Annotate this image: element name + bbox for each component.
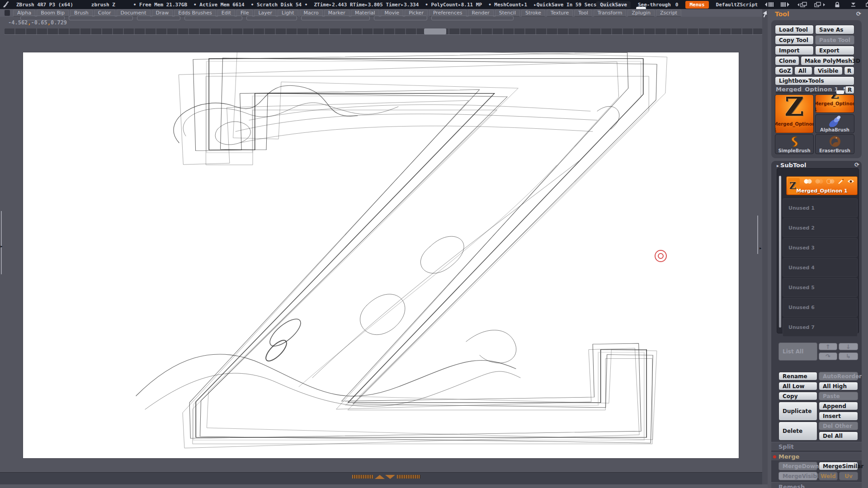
prev-document-icon[interactable] bbox=[797, 2, 808, 8]
split-section-header[interactable]: Split bbox=[771, 442, 862, 451]
delete-button[interactable]: Delete bbox=[778, 422, 817, 441]
subtool-paste-button: Paste bbox=[819, 392, 858, 400]
list-all-button: List All bbox=[778, 343, 817, 361]
alphabrush-icon bbox=[827, 115, 843, 127]
subtool-unused-slots: Unused 1Unused 2Unused 3Unused 4Unused 5… bbox=[783, 198, 858, 337]
subtool-unused-label: Unused 5 bbox=[788, 285, 815, 291]
left-tray-toggle-icon[interactable]: ▸ bbox=[0, 244, 3, 249]
subtool-unused-label: Unused 3 bbox=[788, 245, 815, 251]
mask-icon[interactable] bbox=[826, 179, 835, 184]
horizontal-scrollbar-handle[interactable] bbox=[424, 28, 446, 34]
subtool-move-up-button[interactable]: ↑ bbox=[819, 343, 837, 350]
shelf-slot bbox=[137, 16, 180, 20]
subtool-refresh-icon[interactable]: ⟳ bbox=[854, 161, 859, 168]
goz-all-button[interactable]: All bbox=[794, 66, 812, 75]
horizontal-scrollbar[interactable] bbox=[5, 28, 762, 34]
make-polymesh3d-button[interactable]: Make PolyMesh3D bbox=[801, 56, 854, 66]
quicksave-button[interactable]: QuickSave bbox=[596, 1, 631, 8]
subtool-copy-button[interactable]: Copy bbox=[778, 392, 817, 400]
subtool-unused-row[interactable]: Unused 6 bbox=[783, 298, 858, 317]
shelf-slot bbox=[246, 16, 297, 20]
duplicate-button[interactable]: Duplicate bbox=[778, 402, 817, 421]
append-button[interactable]: Append bbox=[819, 402, 858, 410]
mergesimilar-button[interactable]: MergeSimilar bbox=[819, 462, 858, 470]
subtool-shift-down-button[interactable]: ↳ bbox=[839, 352, 858, 360]
document-canvas[interactable]: Z Z Z Z Z Z Z bbox=[23, 52, 739, 458]
next-document-icon[interactable] bbox=[814, 2, 825, 8]
titlebar-stat: • Free Mem 21.37GB bbox=[133, 2, 187, 8]
import-button[interactable]: Import bbox=[775, 46, 814, 55]
alphabrush-tool-thumbnail[interactable]: AlphaBrush bbox=[815, 114, 854, 133]
sculpt-brush-icon[interactable] bbox=[838, 178, 844, 184]
current-tool-slider-handle[interactable] bbox=[836, 90, 844, 94]
default-zscript-button[interactable]: DefaultZScript bbox=[716, 2, 758, 8]
eraserbrush-tool-thumbnail[interactable]: EraserBrush bbox=[815, 134, 854, 154]
goz-button[interactable]: GoZ bbox=[775, 66, 793, 75]
lock-icon[interactable] bbox=[835, 2, 840, 8]
insert-button[interactable]: Insert bbox=[819, 412, 858, 421]
recent-tool-thumbnail[interactable]: Z Merged_Optinon 1 bbox=[815, 94, 854, 113]
minimize-icon[interactable] bbox=[850, 2, 856, 7]
tool-r-button[interactable]: R bbox=[845, 86, 854, 94]
merge-label: Merge bbox=[778, 453, 799, 460]
subtool-unused-row[interactable]: Unused 7 bbox=[783, 318, 858, 337]
subtool-active-name: Merged_Optinon 1 bbox=[787, 188, 857, 194]
goz-r-button[interactable]: R bbox=[844, 66, 854, 75]
bottom-tray bbox=[0, 472, 868, 484]
menu-item[interactable]: Texture bbox=[547, 9, 573, 17]
autoreorder-button: AutoReorder bbox=[819, 372, 858, 380]
copy-tool-button[interactable]: Copy Tool bbox=[775, 35, 814, 45]
subtool-unused-row[interactable]: Unused 4 bbox=[783, 258, 858, 277]
menu-item[interactable]: Zplugin bbox=[627, 9, 655, 17]
eye-visibility-icon[interactable] bbox=[847, 179, 854, 184]
all-low-button[interactable]: All Low bbox=[778, 382, 817, 390]
tray-expand-up-icon[interactable] bbox=[375, 475, 385, 479]
subtool-shift-up-button[interactable]: ↷ bbox=[819, 352, 837, 360]
save-as-button[interactable]: Save As bbox=[815, 25, 854, 34]
see-through-slider[interactable]: See-through 0 bbox=[638, 2, 678, 8]
merge-section-header[interactable]: Merge bbox=[771, 452, 862, 461]
left-scrollbar[interactable] bbox=[1, 211, 2, 274]
lightbox-tools-button[interactable]: Lightbox▸Tools bbox=[775, 76, 854, 85]
load-tool-button[interactable]: Load Tool bbox=[775, 25, 814, 34]
bottom-divider-texture[interactable] bbox=[397, 475, 420, 479]
menu-item[interactable]: Stroke bbox=[521, 9, 545, 17]
subtool-unused-row[interactable]: Unused 2 bbox=[783, 218, 858, 237]
right-scrollbar[interactable] bbox=[757, 216, 758, 254]
tool-palette-restore-icon[interactable]: ⟳ bbox=[856, 10, 861, 17]
shading-icon[interactable] bbox=[815, 179, 823, 184]
goz-visible-button[interactable]: Visible bbox=[814, 66, 843, 75]
menu-item[interactable]: Zscript bbox=[656, 9, 681, 17]
all-high-button[interactable]: All High bbox=[819, 382, 858, 390]
polypaint-icon[interactable] bbox=[804, 179, 812, 184]
subtool-scrollbar[interactable] bbox=[779, 176, 781, 328]
active-tool-thumbnail[interactable]: Z Merged_Optinon 1 bbox=[775, 94, 814, 133]
subtool-unused-row[interactable]: Unused 3 bbox=[783, 238, 858, 257]
tool-palette-title[interactable]: Tool bbox=[775, 10, 789, 18]
subtool-unused-row[interactable]: Unused 1 bbox=[783, 198, 858, 217]
restore-window-icon[interactable] bbox=[866, 2, 868, 7]
menu-item[interactable]: Tool bbox=[574, 9, 592, 17]
del-all-button[interactable]: Del All bbox=[819, 432, 858, 441]
remesh-section-header[interactable]: Remesh bbox=[771, 482, 862, 488]
scroll-right-icon[interactable] bbox=[780, 2, 790, 7]
coordinate-z: 0.729 bbox=[51, 19, 67, 26]
tray-collapse-down-icon[interactable] bbox=[385, 475, 395, 479]
right-tray-divider[interactable] bbox=[762, 9, 768, 484]
menu-item[interactable]: Transform bbox=[594, 9, 627, 17]
rename-button[interactable]: Rename bbox=[778, 372, 817, 380]
current-tool-slider-track[interactable] bbox=[776, 92, 843, 94]
palette-dock-icon[interactable] bbox=[5, 10, 10, 16]
subtool-active-row[interactable]: Z bbox=[786, 176, 858, 195]
subtool-move-down-button[interactable]: ↓ bbox=[839, 343, 858, 350]
export-button[interactable]: Export bbox=[815, 46, 854, 55]
subtool-palette-title[interactable]: ▸SubTool bbox=[777, 162, 806, 169]
subtool-unused-row[interactable]: Unused 5 bbox=[783, 278, 858, 297]
simplebrush-tool-thumbnail[interactable]: SimpleBrush bbox=[775, 134, 814, 154]
right-tray-toggle-icon[interactable]: ▸ bbox=[760, 246, 762, 250]
simplebrush-icon bbox=[788, 135, 800, 148]
bottom-divider-texture[interactable] bbox=[352, 475, 373, 479]
scroll-left-icon[interactable] bbox=[765, 2, 774, 7]
menus-button[interactable]: Menus bbox=[685, 1, 708, 9]
clone-button[interactable]: Clone bbox=[775, 56, 799, 66]
